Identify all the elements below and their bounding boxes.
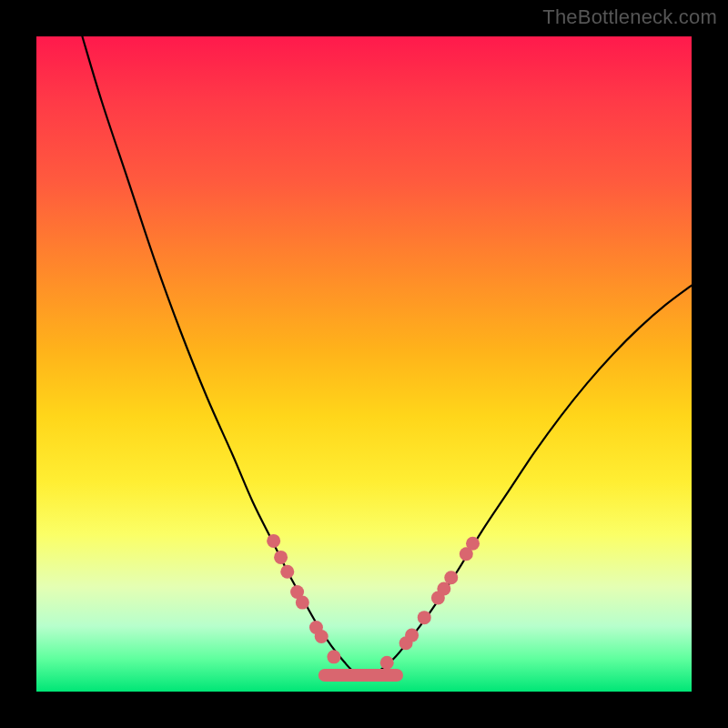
data-point (418, 611, 431, 624)
right-cluster (380, 537, 480, 670)
data-point (315, 630, 329, 643)
chart-frame: TheBottleneck.com (0, 0, 728, 728)
data-point (466, 537, 480, 551)
plot-area (36, 36, 692, 692)
chart-svg (36, 36, 692, 692)
data-point (380, 656, 394, 670)
watermark-text: TheBottleneck.com (542, 5, 717, 29)
bottleneck-curve (82, 36, 692, 675)
data-point (327, 650, 340, 663)
data-point (405, 629, 419, 642)
data-point (296, 596, 309, 610)
data-point (280, 565, 294, 579)
data-point (267, 534, 280, 548)
data-point (444, 571, 458, 584)
data-point (274, 551, 288, 564)
